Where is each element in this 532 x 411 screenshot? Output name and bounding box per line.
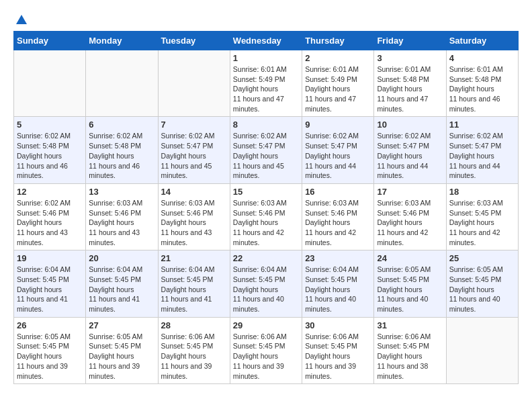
calendar-cell: 3 Sunrise: 6:01 AM Sunset: 5:48 PM Dayli… bbox=[374, 50, 446, 117]
day-info: Sunrise: 6:04 AM Sunset: 5:45 PM Dayligh… bbox=[305, 265, 371, 314]
calendar-body: 1 Sunrise: 6:01 AM Sunset: 5:49 PM Dayli… bbox=[14, 50, 519, 384]
calendar-header-tuesday: Tuesday bbox=[158, 32, 230, 50]
calendar-cell: 23 Sunrise: 6:04 AM Sunset: 5:45 PM Dayl… bbox=[302, 250, 374, 317]
day-info: Sunrise: 6:02 AM Sunset: 5:48 PM Dayligh… bbox=[17, 131, 83, 180]
day-info: Sunrise: 6:06 AM Sunset: 5:45 PM Dayligh… bbox=[305, 332, 371, 381]
calendar-header-thursday: Thursday bbox=[302, 32, 374, 50]
day-info: Sunrise: 6:02 AM Sunset: 5:47 PM Dayligh… bbox=[233, 131, 299, 180]
day-info: Sunrise: 6:05 AM Sunset: 5:45 PM Dayligh… bbox=[449, 265, 515, 314]
svg-marker-0 bbox=[16, 15, 27, 24]
day-info: Sunrise: 6:03 AM Sunset: 5:46 PM Dayligh… bbox=[161, 198, 227, 247]
calendar-cell bbox=[158, 50, 230, 117]
day-number: 4 bbox=[449, 53, 515, 63]
day-info: Sunrise: 6:04 AM Sunset: 5:45 PM Dayligh… bbox=[233, 265, 299, 314]
day-number: 18 bbox=[449, 187, 515, 197]
calendar-week-row: 12 Sunrise: 6:02 AM Sunset: 5:46 PM Dayl… bbox=[14, 183, 519, 250]
day-number: 27 bbox=[89, 320, 154, 330]
calendar-table: SundayMondayTuesdayWednesdayThursdayFrid… bbox=[13, 31, 519, 384]
day-info: Sunrise: 6:03 AM Sunset: 5:46 PM Dayligh… bbox=[377, 198, 443, 247]
day-number: 25 bbox=[449, 253, 515, 263]
calendar-cell: 12 Sunrise: 6:02 AM Sunset: 5:46 PM Dayl… bbox=[14, 183, 86, 250]
calendar-cell: 20 Sunrise: 6:04 AM Sunset: 5:45 PM Dayl… bbox=[86, 250, 158, 317]
calendar-cell: 1 Sunrise: 6:01 AM Sunset: 5:49 PM Dayli… bbox=[230, 50, 302, 117]
calendar-cell: 14 Sunrise: 6:03 AM Sunset: 5:46 PM Dayl… bbox=[158, 183, 230, 250]
day-number: 21 bbox=[161, 253, 227, 263]
day-info: Sunrise: 6:04 AM Sunset: 5:45 PM Dayligh… bbox=[161, 265, 227, 314]
calendar-cell: 5 Sunrise: 6:02 AM Sunset: 5:48 PM Dayli… bbox=[14, 117, 86, 183]
day-number: 22 bbox=[233, 253, 299, 263]
calendar-week-row: 26 Sunrise: 6:05 AM Sunset: 5:45 PM Dayl… bbox=[14, 317, 519, 383]
calendar-cell: 30 Sunrise: 6:06 AM Sunset: 5:45 PM Dayl… bbox=[302, 317, 374, 383]
calendar-cell: 4 Sunrise: 6:01 AM Sunset: 5:48 PM Dayli… bbox=[446, 50, 518, 117]
day-info: Sunrise: 6:01 AM Sunset: 5:49 PM Dayligh… bbox=[233, 64, 299, 113]
day-info: Sunrise: 6:03 AM Sunset: 5:46 PM Dayligh… bbox=[233, 198, 299, 247]
calendar-cell: 7 Sunrise: 6:02 AM Sunset: 5:47 PM Dayli… bbox=[158, 117, 230, 183]
calendar-cell: 11 Sunrise: 6:02 AM Sunset: 5:47 PM Dayl… bbox=[446, 117, 518, 183]
day-number: 8 bbox=[233, 120, 299, 130]
day-number: 15 bbox=[233, 187, 299, 197]
day-info: Sunrise: 6:05 AM Sunset: 5:45 PM Dayligh… bbox=[377, 265, 443, 314]
day-number: 5 bbox=[17, 120, 83, 130]
day-info: Sunrise: 6:01 AM Sunset: 5:48 PM Dayligh… bbox=[377, 64, 443, 113]
calendar-header-sunday: Sunday bbox=[14, 32, 86, 50]
day-info: Sunrise: 6:02 AM Sunset: 5:47 PM Dayligh… bbox=[377, 131, 443, 180]
day-number: 19 bbox=[17, 253, 83, 263]
calendar-header-monday: Monday bbox=[86, 32, 158, 50]
calendar-cell: 21 Sunrise: 6:04 AM Sunset: 5:45 PM Dayl… bbox=[158, 250, 230, 317]
day-info: Sunrise: 6:03 AM Sunset: 5:46 PM Dayligh… bbox=[89, 198, 154, 247]
day-info: Sunrise: 6:05 AM Sunset: 5:45 PM Dayligh… bbox=[89, 332, 154, 381]
calendar-cell: 29 Sunrise: 6:06 AM Sunset: 5:45 PM Dayl… bbox=[230, 317, 302, 383]
calendar-cell: 26 Sunrise: 6:05 AM Sunset: 5:45 PM Dayl… bbox=[14, 317, 86, 383]
day-info: Sunrise: 6:01 AM Sunset: 5:49 PM Dayligh… bbox=[305, 64, 371, 113]
day-info: Sunrise: 6:01 AM Sunset: 5:48 PM Dayligh… bbox=[449, 64, 515, 113]
day-number: 13 bbox=[89, 187, 154, 197]
calendar-week-row: 19 Sunrise: 6:04 AM Sunset: 5:45 PM Dayl… bbox=[14, 250, 519, 317]
day-info: Sunrise: 6:06 AM Sunset: 5:45 PM Dayligh… bbox=[377, 332, 443, 381]
day-info: Sunrise: 6:02 AM Sunset: 5:46 PM Dayligh… bbox=[17, 198, 83, 247]
calendar-header-friday: Friday bbox=[374, 32, 446, 50]
day-number: 20 bbox=[89, 253, 154, 263]
calendar-header-saturday: Saturday bbox=[446, 32, 518, 50]
day-number: 10 bbox=[377, 120, 443, 130]
day-number: 6 bbox=[89, 120, 154, 130]
calendar-cell bbox=[14, 50, 86, 117]
calendar-cell: 25 Sunrise: 6:05 AM Sunset: 5:45 PM Dayl… bbox=[446, 250, 518, 317]
day-number: 12 bbox=[17, 187, 83, 197]
day-info: Sunrise: 6:04 AM Sunset: 5:45 PM Dayligh… bbox=[89, 265, 154, 314]
day-number: 30 bbox=[305, 320, 371, 330]
calendar-week-row: 5 Sunrise: 6:02 AM Sunset: 5:48 PM Dayli… bbox=[14, 117, 519, 183]
day-number: 26 bbox=[17, 320, 83, 330]
day-info: Sunrise: 6:05 AM Sunset: 5:45 PM Dayligh… bbox=[17, 332, 83, 381]
calendar-cell: 2 Sunrise: 6:01 AM Sunset: 5:49 PM Dayli… bbox=[302, 50, 374, 117]
calendar-cell: 17 Sunrise: 6:03 AM Sunset: 5:46 PM Dayl… bbox=[374, 183, 446, 250]
day-number: 29 bbox=[233, 320, 299, 330]
calendar-cell: 19 Sunrise: 6:04 AM Sunset: 5:45 PM Dayl… bbox=[14, 250, 86, 317]
day-number: 16 bbox=[305, 187, 371, 197]
calendar-cell: 28 Sunrise: 6:06 AM Sunset: 5:45 PM Dayl… bbox=[158, 317, 230, 383]
calendar-cell: 6 Sunrise: 6:02 AM Sunset: 5:48 PM Dayli… bbox=[86, 117, 158, 183]
day-number: 2 bbox=[305, 53, 371, 63]
day-info: Sunrise: 6:02 AM Sunset: 5:47 PM Dayligh… bbox=[305, 131, 371, 180]
calendar-header-row: SundayMondayTuesdayWednesdayThursdayFrid… bbox=[14, 32, 519, 50]
logo-icon bbox=[15, 13, 28, 27]
calendar-cell: 16 Sunrise: 6:03 AM Sunset: 5:46 PM Dayl… bbox=[302, 183, 374, 250]
day-number: 7 bbox=[161, 120, 227, 130]
calendar-cell: 9 Sunrise: 6:02 AM Sunset: 5:47 PM Dayli… bbox=[302, 117, 374, 183]
day-number: 17 bbox=[377, 187, 443, 197]
calendar-cell: 27 Sunrise: 6:05 AM Sunset: 5:45 PM Dayl… bbox=[86, 317, 158, 383]
calendar-cell: 13 Sunrise: 6:03 AM Sunset: 5:46 PM Dayl… bbox=[86, 183, 158, 250]
day-number: 31 bbox=[377, 320, 443, 330]
day-number: 28 bbox=[161, 320, 227, 330]
day-info: Sunrise: 6:06 AM Sunset: 5:45 PM Dayligh… bbox=[233, 332, 299, 381]
calendar-cell: 8 Sunrise: 6:02 AM Sunset: 5:47 PM Dayli… bbox=[230, 117, 302, 183]
day-info: Sunrise: 6:02 AM Sunset: 5:47 PM Dayligh… bbox=[161, 131, 227, 180]
logo bbox=[13, 13, 28, 24]
calendar-cell bbox=[86, 50, 158, 117]
day-number: 24 bbox=[377, 253, 443, 263]
calendar-cell: 22 Sunrise: 6:04 AM Sunset: 5:45 PM Dayl… bbox=[230, 250, 302, 317]
calendar-cell: 18 Sunrise: 6:03 AM Sunset: 5:45 PM Dayl… bbox=[446, 183, 518, 250]
day-info: Sunrise: 6:02 AM Sunset: 5:48 PM Dayligh… bbox=[89, 131, 154, 180]
calendar-cell bbox=[446, 317, 518, 383]
calendar-cell: 15 Sunrise: 6:03 AM Sunset: 5:46 PM Dayl… bbox=[230, 183, 302, 250]
day-number: 9 bbox=[305, 120, 371, 130]
